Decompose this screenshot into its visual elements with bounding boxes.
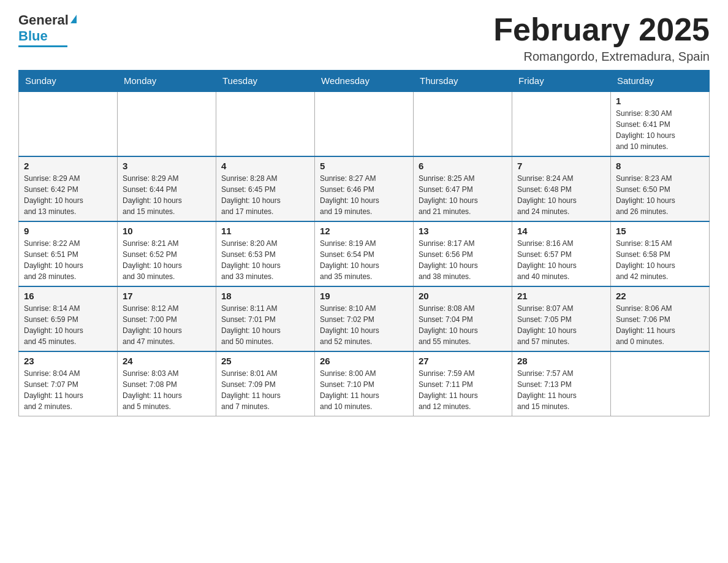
day-info: Sunrise: 8:22 AM Sunset: 6:51 PM Dayligh… — [24, 238, 112, 282]
calendar-cell: 4Sunrise: 8:28 AM Sunset: 6:45 PM Daylig… — [216, 156, 315, 221]
day-number: 7 — [517, 161, 605, 171]
day-info: Sunrise: 8:27 AM Sunset: 6:46 PM Dayligh… — [320, 173, 408, 217]
day-info: Sunrise: 8:01 AM Sunset: 7:09 PM Dayligh… — [221, 368, 309, 412]
calendar-week-4: 16Sunrise: 8:14 AM Sunset: 6:59 PM Dayli… — [19, 286, 710, 351]
weekday-header-saturday: Saturday — [611, 71, 710, 92]
day-info: Sunrise: 8:00 AM Sunset: 7:10 PM Dayligh… — [320, 368, 408, 412]
calendar-cell: 17Sunrise: 8:12 AM Sunset: 7:00 PM Dayli… — [118, 286, 216, 351]
calendar-cell: 8Sunrise: 8:23 AM Sunset: 6:50 PM Daylig… — [611, 156, 710, 221]
calendar-cell — [315, 91, 414, 156]
day-number: 14 — [517, 226, 605, 236]
day-info: Sunrise: 8:28 AM Sunset: 6:45 PM Dayligh… — [221, 173, 309, 217]
calendar-cell: 3Sunrise: 8:29 AM Sunset: 6:44 PM Daylig… — [118, 156, 216, 221]
day-number: 20 — [419, 291, 507, 301]
day-number: 16 — [24, 291, 112, 301]
day-number: 19 — [320, 291, 408, 301]
day-info: Sunrise: 8:12 AM Sunset: 7:00 PM Dayligh… — [123, 303, 211, 347]
month-title: February 2025 — [493, 12, 710, 47]
calendar-cell — [512, 91, 611, 156]
day-number: 17 — [123, 291, 211, 301]
day-number: 23 — [24, 356, 112, 366]
day-info: Sunrise: 8:29 AM Sunset: 6:44 PM Dayligh… — [123, 173, 211, 217]
calendar-cell: 25Sunrise: 8:01 AM Sunset: 7:09 PM Dayli… — [216, 351, 315, 416]
day-info: Sunrise: 8:20 AM Sunset: 6:53 PM Dayligh… — [221, 238, 309, 282]
calendar-week-3: 9Sunrise: 8:22 AM Sunset: 6:51 PM Daylig… — [19, 221, 710, 286]
location-text: Romangordo, Extremadura, Spain — [493, 50, 710, 64]
calendar-cell: 10Sunrise: 8:21 AM Sunset: 6:52 PM Dayli… — [118, 221, 216, 286]
title-block: February 2025 Romangordo, Extremadura, S… — [493, 12, 710, 64]
day-number: 18 — [221, 291, 309, 301]
day-number: 9 — [24, 226, 112, 236]
day-number: 6 — [419, 161, 507, 171]
day-number: 12 — [320, 226, 408, 236]
day-info: Sunrise: 8:10 AM Sunset: 7:02 PM Dayligh… — [320, 303, 408, 347]
calendar-cell: 7Sunrise: 8:24 AM Sunset: 6:48 PM Daylig… — [512, 156, 611, 221]
calendar-cell: 2Sunrise: 8:29 AM Sunset: 6:42 PM Daylig… — [19, 156, 118, 221]
calendar-cell: 13Sunrise: 8:17 AM Sunset: 6:56 PM Dayli… — [414, 221, 512, 286]
day-number: 22 — [616, 291, 704, 301]
calendar-cell — [611, 351, 710, 416]
calendar-week-2: 2Sunrise: 8:29 AM Sunset: 6:42 PM Daylig… — [19, 156, 710, 221]
weekday-header-friday: Friday — [512, 71, 611, 92]
logo-blue-text: Blue — [18, 28, 48, 44]
day-info: Sunrise: 8:07 AM Sunset: 7:05 PM Dayligh… — [517, 303, 605, 347]
calendar-cell: 22Sunrise: 8:06 AM Sunset: 7:06 PM Dayli… — [611, 286, 710, 351]
weekday-header-wednesday: Wednesday — [315, 71, 414, 92]
day-info: Sunrise: 8:19 AM Sunset: 6:54 PM Dayligh… — [320, 238, 408, 282]
day-info: Sunrise: 8:16 AM Sunset: 6:57 PM Dayligh… — [517, 238, 605, 282]
day-info: Sunrise: 7:57 AM Sunset: 7:13 PM Dayligh… — [517, 368, 605, 412]
logo-general-text: General — [18, 12, 69, 28]
day-info: Sunrise: 8:06 AM Sunset: 7:06 PM Dayligh… — [616, 303, 704, 347]
logo-underline — [18, 45, 67, 47]
calendar-cell: 11Sunrise: 8:20 AM Sunset: 6:53 PM Dayli… — [216, 221, 315, 286]
day-number: 24 — [123, 356, 211, 366]
calendar-cell: 6Sunrise: 8:25 AM Sunset: 6:47 PM Daylig… — [414, 156, 512, 221]
calendar-cell: 15Sunrise: 8:15 AM Sunset: 6:58 PM Dayli… — [611, 221, 710, 286]
day-info: Sunrise: 8:04 AM Sunset: 7:07 PM Dayligh… — [24, 368, 112, 412]
page-header: General Blue February 2025 Romangordo, E… — [18, 12, 710, 64]
logo-text: General — [18, 12, 77, 28]
day-number: 2 — [24, 161, 112, 171]
day-info: Sunrise: 8:14 AM Sunset: 6:59 PM Dayligh… — [24, 303, 112, 347]
calendar-week-5: 23Sunrise: 8:04 AM Sunset: 7:07 PM Dayli… — [19, 351, 710, 416]
day-info: Sunrise: 8:15 AM Sunset: 6:58 PM Dayligh… — [616, 238, 704, 282]
day-number: 26 — [320, 356, 408, 366]
day-info: Sunrise: 8:29 AM Sunset: 6:42 PM Dayligh… — [24, 173, 112, 217]
day-number: 28 — [517, 356, 605, 366]
calendar-cell — [414, 91, 512, 156]
calendar-table: SundayMondayTuesdayWednesdayThursdayFrid… — [18, 70, 710, 416]
calendar-cell: 9Sunrise: 8:22 AM Sunset: 6:51 PM Daylig… — [19, 221, 118, 286]
calendar-cell: 20Sunrise: 8:08 AM Sunset: 7:04 PM Dayli… — [414, 286, 512, 351]
day-info: Sunrise: 8:30 AM Sunset: 6:41 PM Dayligh… — [616, 108, 704, 152]
calendar-cell: 14Sunrise: 8:16 AM Sunset: 6:57 PM Dayli… — [512, 221, 611, 286]
day-number: 1 — [616, 96, 704, 106]
calendar-week-1: 1Sunrise: 8:30 AM Sunset: 6:41 PM Daylig… — [19, 91, 710, 156]
day-info: Sunrise: 8:03 AM Sunset: 7:08 PM Dayligh… — [123, 368, 211, 412]
weekday-header-row: SundayMondayTuesdayWednesdayThursdayFrid… — [19, 71, 710, 92]
day-info: Sunrise: 8:21 AM Sunset: 6:52 PM Dayligh… — [123, 238, 211, 282]
day-number: 11 — [221, 226, 309, 236]
day-number: 15 — [616, 226, 704, 236]
calendar-cell — [19, 91, 118, 156]
day-info: Sunrise: 8:08 AM Sunset: 7:04 PM Dayligh… — [419, 303, 507, 347]
day-number: 27 — [419, 356, 507, 366]
calendar-cell — [216, 91, 315, 156]
day-info: Sunrise: 8:11 AM Sunset: 7:01 PM Dayligh… — [221, 303, 309, 347]
calendar-cell: 21Sunrise: 8:07 AM Sunset: 7:05 PM Dayli… — [512, 286, 611, 351]
logo: General Blue — [18, 12, 77, 47]
calendar-cell: 12Sunrise: 8:19 AM Sunset: 6:54 PM Dayli… — [315, 221, 414, 286]
day-number: 10 — [123, 226, 211, 236]
calendar-cell: 27Sunrise: 7:59 AM Sunset: 7:11 PM Dayli… — [414, 351, 512, 416]
day-info: Sunrise: 8:23 AM Sunset: 6:50 PM Dayligh… — [616, 173, 704, 217]
day-number: 25 — [221, 356, 309, 366]
weekday-header-thursday: Thursday — [414, 71, 512, 92]
logo-triangle-icon — [70, 15, 77, 23]
weekday-header-sunday: Sunday — [19, 71, 118, 92]
day-info: Sunrise: 8:24 AM Sunset: 6:48 PM Dayligh… — [517, 173, 605, 217]
day-number: 13 — [419, 226, 507, 236]
day-number: 5 — [320, 161, 408, 171]
calendar-cell: 1Sunrise: 8:30 AM Sunset: 6:41 PM Daylig… — [611, 91, 710, 156]
calendar-cell: 28Sunrise: 7:57 AM Sunset: 7:13 PM Dayli… — [512, 351, 611, 416]
calendar-cell: 26Sunrise: 8:00 AM Sunset: 7:10 PM Dayli… — [315, 351, 414, 416]
calendar-cell: 23Sunrise: 8:04 AM Sunset: 7:07 PM Dayli… — [19, 351, 118, 416]
